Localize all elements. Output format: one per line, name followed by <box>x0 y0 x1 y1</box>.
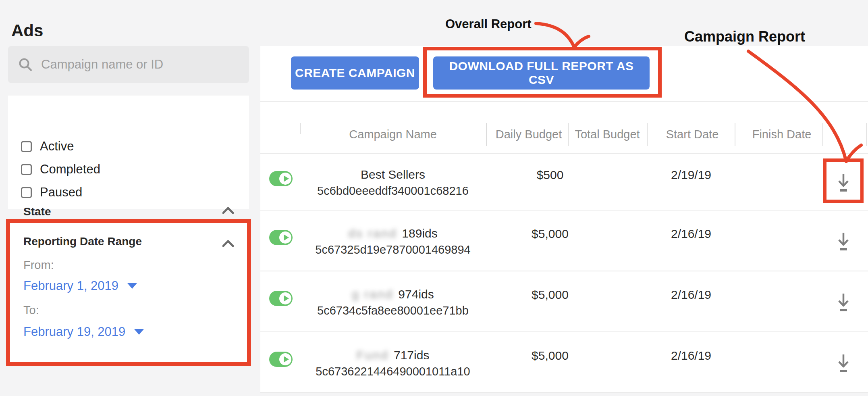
download-campaign-report-button[interactable] <box>825 290 862 315</box>
campaign-id: 5c6736221446490001011a10 <box>260 363 525 379</box>
from-label: From: <box>23 258 54 272</box>
campaign-id: 5c67325d19e7870001469894 <box>260 242 525 258</box>
download-icon <box>835 292 852 313</box>
checkbox-active[interactable] <box>21 141 32 152</box>
column-separator <box>300 123 301 134</box>
checkbox-paused-label: Paused <box>40 185 82 200</box>
page-title: Ads <box>11 21 43 40</box>
checkbox-completed-label: Completed <box>40 162 100 177</box>
ads-dashboard: Ads State Active Completed Paused Report… <box>0 0 868 396</box>
download-icon <box>835 172 852 193</box>
campaign-search-box[interactable] <box>8 46 249 83</box>
to-label: To: <box>23 304 39 317</box>
campaign-report-annotation: Campaign Report <box>684 28 805 45</box>
column-header-start-date: Start Date <box>666 128 719 141</box>
daily-budget-value: $5,000 <box>490 288 611 302</box>
state-filter-card: State Active Completed Paused <box>8 96 249 209</box>
campaign-name: 717ids <box>394 348 429 362</box>
download-icon <box>835 353 852 374</box>
header-divider <box>260 153 868 154</box>
redacted-text: ds rand <box>348 227 397 240</box>
column-header-finish-date: Finish Date <box>752 128 812 141</box>
campaign-name-cell: Best Sellers 5c6bd0eeeddf340001c68216 <box>260 167 525 199</box>
reporting-date-range-annotation-box: Reporting Date Range From: February 1, 2… <box>6 219 251 366</box>
column-header-total-budget: Total Budget <box>575 128 640 141</box>
daily-budget-value: $5,000 <box>490 227 611 241</box>
campaign-name: 974ids <box>398 288 434 301</box>
chevron-up-icon[interactable] <box>222 207 234 214</box>
checkbox-paused[interactable] <box>21 187 32 198</box>
table-row: ds rand189ids 5c67325d19e7870001469894 $… <box>260 211 868 271</box>
start-date-value: 2/19/19 <box>631 168 752 182</box>
column-separator <box>866 123 867 146</box>
campaign-name-cell: ds rand189ids 5c67325d19e7870001469894 <box>260 225 525 258</box>
column-header-campaign-name: Campaign Name <box>349 128 437 141</box>
state-filter-title: State <box>23 205 51 218</box>
download-campaign-report-button[interactable] <box>825 351 862 375</box>
campaign-list-panel: CREATE CAMPAIGN DOWNLOAD FULL REPORT AS … <box>260 46 868 393</box>
daily-budget-value: $5,000 <box>490 349 611 363</box>
start-date-value: 2/16/19 <box>631 349 752 363</box>
campaign-id: 5c6734c5fa8ee80001ee71bb <box>260 302 525 319</box>
download-campaign-report-button[interactable] <box>825 171 862 195</box>
state-option-paused: Paused <box>21 185 82 199</box>
triangle-down-icon <box>134 329 144 335</box>
start-date-value: 2/16/19 <box>631 227 752 241</box>
checkbox-active-label: Active <box>40 139 74 154</box>
campaign-name: Best Sellers <box>361 168 425 181</box>
table-row: Best Sellers 5c6bd0eeeddf340001c68216 $5… <box>260 154 868 211</box>
column-separator <box>568 123 569 146</box>
chevron-up-icon[interactable] <box>222 240 234 247</box>
overall-report-arrow <box>536 23 589 47</box>
toolbar-divider <box>260 101 868 102</box>
campaign-name-cell: g rand974ids 5c6734c5fa8ee80001ee71bb <box>260 286 525 319</box>
overall-report-annotation: Overall Report <box>445 17 532 31</box>
column-separator <box>486 123 487 146</box>
checkbox-completed[interactable] <box>21 164 32 175</box>
campaign-name-cell: Fund717ids 5c6736221446490001011a10 <box>260 347 525 379</box>
state-option-active: Active <box>21 140 74 153</box>
search-icon <box>19 58 32 71</box>
table-row: g rand974ids 5c6734c5fa8ee80001ee71bb $5… <box>260 272 868 332</box>
state-option-completed: Completed <box>21 163 100 176</box>
create-campaign-button[interactable]: CREATE CAMPAIGN <box>291 56 419 90</box>
column-header-daily-budget: Daily Budget <box>496 128 562 141</box>
from-date-link[interactable]: February 1, 2019 <box>23 279 137 293</box>
campaign-name: 189ids <box>402 227 437 240</box>
to-date-link[interactable]: February 19, 2019 <box>23 325 144 339</box>
campaign-id: 5c6bd0eeeddf340001c68216 <box>260 183 525 199</box>
reporting-date-range-title: Reporting Date Range <box>23 235 142 248</box>
download-icon <box>835 231 852 252</box>
campaign-search-input[interactable] <box>40 57 242 72</box>
table-row: Fund717ids 5c6736221446490001011a10 $5,0… <box>260 333 868 393</box>
column-separator <box>822 123 823 146</box>
triangle-down-icon <box>127 283 137 289</box>
redacted-text: g rand <box>352 288 393 301</box>
redacted-text: Fund <box>357 348 389 362</box>
start-date-value: 2/16/19 <box>631 288 752 302</box>
daily-budget-value: $500 <box>490 168 611 182</box>
column-separator <box>735 123 735 146</box>
column-separator <box>647 123 648 146</box>
download-full-report-button[interactable]: DOWNLOAD FULL REPORT AS CSV <box>433 56 650 90</box>
download-campaign-report-button[interactable] <box>825 229 862 254</box>
reporting-date-range-card: Reporting Date Range From: February 1, 2… <box>10 223 247 362</box>
